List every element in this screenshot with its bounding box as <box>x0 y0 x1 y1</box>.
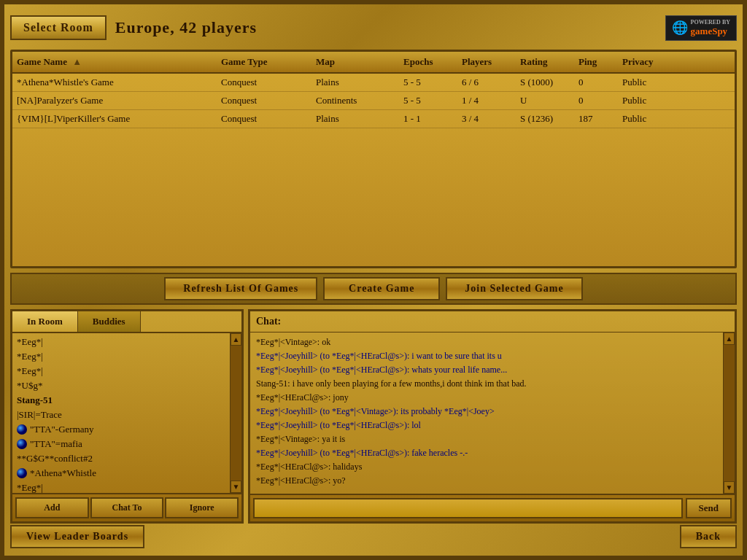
top-bar: Select Room Europe, 42 players 🌐 POWERED… <box>10 10 737 45</box>
select-room-button[interactable]: Select Room <box>10 15 107 40</box>
list-item[interactable]: "TTA"=mafia <box>12 437 230 451</box>
players-scrollbar[interactable]: ▲ ▼ <box>230 333 241 493</box>
table-header: Game Name ▲ Game Type Map Epochs Players… <box>12 52 735 74</box>
list-item[interactable]: *Eeg*| <box>12 335 230 349</box>
globe-icon <box>17 468 27 478</box>
cell-players: 1 / 4 <box>459 94 517 107</box>
list-item[interactable]: *U$g* <box>12 378 230 393</box>
col-header-players[interactable]: Players <box>459 55 517 69</box>
globe-icon <box>17 424 27 435</box>
join-game-button[interactable]: Join Selected Game <box>446 277 582 300</box>
refresh-list-button[interactable]: Refresh List of Games <box>164 277 317 300</box>
list-item[interactable]: "TTA"-Germany <box>12 422 230 437</box>
list-item[interactable]: *Eeg*| <box>12 349 230 364</box>
scroll-up-arrow[interactable]: ▲ <box>231 333 241 346</box>
create-game-button[interactable]: Create Game <box>323 277 440 300</box>
button-bar: Refresh List of Games Create Game Join S… <box>10 273 737 305</box>
cell-game-type: Conquest <box>218 76 313 89</box>
tab-buddies[interactable]: Buddies <box>78 311 141 332</box>
chat-label: Chat: <box>250 311 735 332</box>
cell-privacy: Public <box>619 112 678 125</box>
cell-game-name: {VIM}[L]ViperKiller's Game <box>14 112 218 125</box>
cell-map: Plains <box>313 76 400 89</box>
list-item[interactable]: **G$G**conflict#2 <box>12 451 230 466</box>
ignore-button[interactable]: Ignore <box>165 497 239 518</box>
list-item: Stang-51: i have only been playing for a… <box>256 377 717 390</box>
cell-epochs: 5 - 5 <box>400 94 459 107</box>
room-title: Europe, 42 players <box>115 18 257 37</box>
table-row[interactable]: {VIM}[L]ViperKiller's Game Conquest Plai… <box>12 110 735 128</box>
list-item[interactable]: Stang-51 <box>12 393 230 408</box>
col-header-game-type[interactable]: Game Type <box>218 55 313 69</box>
send-button[interactable]: Send <box>686 498 732 518</box>
main-frame: Select Room Europe, 42 players 🌐 POWERED… <box>0 0 747 560</box>
players-panel: In Room Buddies *Eeg*|*Eeg*|*Eeg*|*U$g*S… <box>10 309 244 524</box>
cell-privacy: Public <box>619 76 678 89</box>
chat-scroll-down[interactable]: ▼ <box>724 481 735 494</box>
tab-in-room[interactable]: In Room <box>12 311 78 332</box>
globe-icon: 🌐 <box>672 20 688 36</box>
player-name: |SIR|=Trace <box>17 409 62 421</box>
back-button[interactable]: Back <box>680 525 737 548</box>
list-item[interactable]: |SIR|=Trace <box>12 408 230 422</box>
player-name: *Athena*Whistle <box>30 467 96 479</box>
bottom-bar: View Leader Boards Back <box>10 524 737 550</box>
player-name: *U$g* <box>17 380 42 392</box>
powered-by-text: POWERED BY <box>691 19 730 26</box>
chat-scroll-track <box>724 345 735 481</box>
list-item[interactable]: *Eeg*| <box>12 481 230 493</box>
cell-players: 6 / 6 <box>459 76 517 89</box>
cell-ping: 187 <box>576 112 619 125</box>
player-name: *Eeg*| <box>17 482 43 493</box>
chat-to-button[interactable]: Chat To <box>90 497 164 518</box>
chat-input[interactable] <box>253 498 683 518</box>
col-header-epochs[interactable]: Epochs <box>400 55 459 69</box>
table-row[interactable]: [NA]Paralyzer's Game Conquest Continents… <box>12 92 735 110</box>
col-header-ping[interactable]: Ping <box>576 55 619 69</box>
globe-icon <box>17 439 27 449</box>
chat-scroll-up[interactable]: ▲ <box>724 332 735 345</box>
game-list-container: Game Name ▲ Game Type Map Epochs Players… <box>10 50 737 268</box>
cell-game-name: [NA]Paralyzer's Game <box>14 94 218 107</box>
cell-epochs: 5 - 5 <box>400 76 459 89</box>
cell-ping: 0 <box>576 76 619 89</box>
chat-panel: Chat: *Eeg*|<Vintage>: ok*Eeg*|<Joeyhill… <box>248 309 737 524</box>
player-name: "TTA"-Germany <box>30 424 94 435</box>
player-name: "TTA"=mafia <box>30 438 82 450</box>
scroll-track <box>231 346 241 481</box>
gamespy-brand: gameSpy <box>691 26 728 36</box>
cell-game-type: Conquest <box>218 94 313 107</box>
table-row[interactable]: *Athena*Whistle's Game Conquest Plains 5… <box>12 74 735 92</box>
player-name: *Eeg*| <box>17 351 43 362</box>
list-item: *Eeg*|<HEraCl@s>: jony <box>256 391 717 404</box>
list-item[interactable]: *Eeg*| <box>12 364 230 378</box>
col-header-privacy[interactable]: Privacy <box>619 55 678 69</box>
col-header-rating[interactable]: Rating <box>517 55 576 69</box>
cell-privacy: Public <box>619 94 678 107</box>
player-name: **G$G**conflict#2 <box>17 453 93 464</box>
bottom-section: In Room Buddies *Eeg*|*Eeg*|*Eeg*|*U$g*S… <box>10 309 737 524</box>
cell-rating: S (1236) <box>517 112 576 125</box>
add-player-button[interactable]: Add <box>15 497 89 518</box>
cell-rating: S (1000) <box>517 76 576 89</box>
list-item: *Eeg*|<Joeyhill> (to *Eeg*|<HEraCl@s>): … <box>256 349 717 362</box>
chat-scrollbar[interactable]: ▲ ▼ <box>723 332 735 494</box>
list-item[interactable]: *Athena*Whistle <box>12 466 230 481</box>
players-actions: Add Chat To Ignore <box>12 493 241 521</box>
list-item: *Eeg*|<HEraCl@s>: halidays <box>256 460 717 473</box>
col-header-map[interactable]: Map <box>313 55 400 69</box>
cell-game-type: Conquest <box>218 112 313 125</box>
scroll-down-arrow[interactable]: ▼ <box>231 481 241 493</box>
list-item: *Eeg*|<Joeyhill> (to *Eeg*|<HEraCl@s>): … <box>256 363 717 376</box>
cell-players: 3 / 4 <box>459 112 517 125</box>
cell-game-name: *Athena*Whistle's Game <box>14 76 218 89</box>
list-item: *Eeg*|<Joeyhill> (to *Eeg*|<HEraCl@s>): … <box>256 419 717 432</box>
list-item: *Eeg*|<HEraCl@s>: yo? <box>256 474 717 487</box>
list-item: *Eeg*|<Vintage>: ya it is <box>256 432 717 446</box>
gamespy-logo: 🌐 POWERED BY gameSpy <box>665 15 737 41</box>
game-rows-container: *Athena*Whistle's Game Conquest Plains 5… <box>12 74 735 128</box>
leaderboards-button[interactable]: View Leader Boards <box>10 525 144 548</box>
players-list: *Eeg*|*Eeg*|*Eeg*|*U$g*Stang-51|SIR|=Tra… <box>12 333 230 493</box>
col-header-game-name[interactable]: Game Name ▲ <box>14 55 218 69</box>
sort-arrow-icon: ▲ <box>72 56 82 68</box>
